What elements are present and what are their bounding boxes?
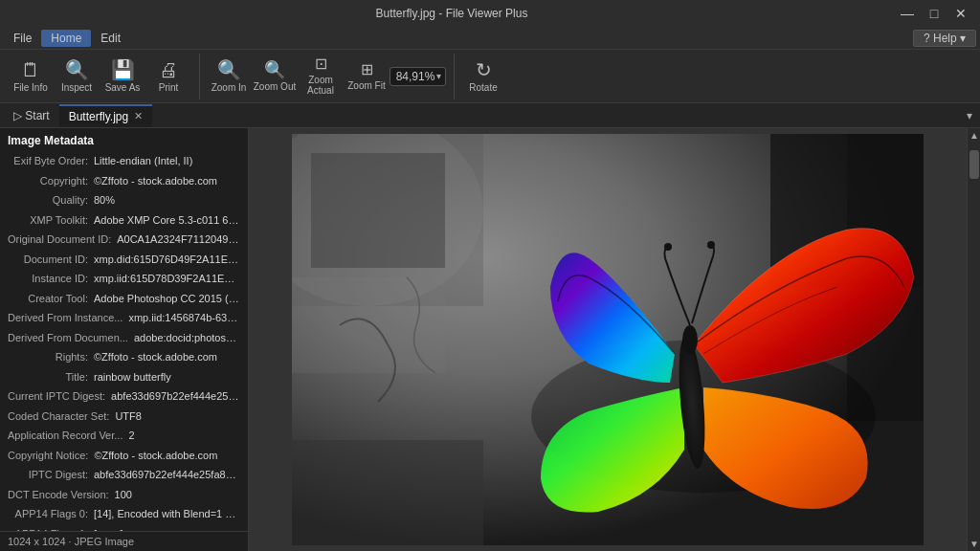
menu-edit[interactable]: Edit xyxy=(91,30,130,47)
sidebar-scroll[interactable]: Image Metadata Exif Byte Order:Little-en… xyxy=(0,128,248,531)
meta-val: xmp.did:615D76D49F2A11E8B14CC... xyxy=(94,252,240,268)
meta-key: Rights: xyxy=(8,349,94,365)
main: Image Metadata Exif Byte Order:Little-en… xyxy=(0,128,980,551)
metadata-row: Rights:©Zffoto - stock.adobe.com xyxy=(0,347,248,367)
metadata-row: Creator Tool:Adobe Photoshop CC 2015 (Wi… xyxy=(0,289,248,309)
print-label: Print xyxy=(159,82,179,93)
zoom-in-icon: 🔍 xyxy=(217,60,241,79)
meta-val: ©Zffoto - stock.adobe.com xyxy=(94,173,240,189)
file-info-label: File Info xyxy=(13,82,48,93)
toolbar-group-file: 🗒 File Info 🔍 Inspect 💾 Save As 🖨 Print xyxy=(8,54,200,99)
inspect-icon: 🔍 xyxy=(65,60,89,79)
image-vscroll[interactable]: ▲ ▼ xyxy=(967,128,980,551)
metadata-row: Exif Byte Order:Little-endian (Intel, II… xyxy=(0,151,248,171)
butterfly-image xyxy=(292,134,924,545)
zoom-input[interactable] xyxy=(394,70,436,83)
meta-val: Adobe Photoshop CC 2015 (Windo... xyxy=(94,291,240,307)
metadata-row: Document ID:xmp.did:615D76D49F2A11E8B14C… xyxy=(0,250,248,270)
meta-key: Document ID: xyxy=(8,252,94,268)
titlebar-title: Butterfly.jpg - File Viewer Plus xyxy=(8,7,896,20)
file-info-button[interactable]: 🗒 File Info xyxy=(8,54,54,99)
print-icon: 🖨 xyxy=(159,60,178,79)
meta-key: Current IPTC Digest: xyxy=(8,388,111,405)
meta-key: Copyright: xyxy=(8,173,94,189)
print-button[interactable]: 🖨 Print xyxy=(145,54,191,99)
meta-key: Derived From Documen... xyxy=(8,330,134,346)
meta-val: xmp.iid:1456874b-639f-ed4f-aceb-6... xyxy=(128,310,240,326)
minimize-button[interactable]: — xyxy=(896,4,919,23)
menu-home[interactable]: Home xyxy=(41,30,91,47)
menu-file[interactable]: File xyxy=(4,30,41,47)
meta-val: rainbow butterfly xyxy=(94,369,240,386)
inspect-button[interactable]: 🔍 Inspect xyxy=(54,54,100,99)
zoom-in-button[interactable]: 🔍 Zoom In xyxy=(206,54,252,99)
meta-val: abfe33d697b22ef444e25fa8e4561aa3 xyxy=(94,467,240,483)
image-area xyxy=(249,128,967,551)
sidebar-footer: 1024 x 1024 · JPEG Image xyxy=(0,531,248,551)
tab-filename: Butterfly.jpg xyxy=(69,110,128,123)
metadata-row: Derived From Documen...adobe:docid:photo… xyxy=(0,328,248,348)
tab-start[interactable]: ▷ Start xyxy=(4,104,59,127)
svg-point-11 xyxy=(664,243,672,251)
menubar-right: ? Help ▾ xyxy=(913,30,976,47)
tab-close-button[interactable]: ✕ xyxy=(134,110,143,122)
zoom-actual-button[interactable]: ⊡ Zoom Actual xyxy=(298,54,344,99)
meta-key: XMP Toolkit: xyxy=(8,212,94,229)
metadata-row: APP14 Flags 0:[14], Encoded with Blend=1… xyxy=(0,504,248,524)
close-button[interactable]: ✕ xyxy=(949,4,972,23)
meta-key: Application Record Ver... xyxy=(8,428,128,444)
metadata-row: XMP Toolkit:Adobe XMP Core 5.3-c011 66.1… xyxy=(0,210,248,231)
metadata-row: DCT Encode Version:100 xyxy=(0,485,248,505)
zoom-in-label: Zoom In xyxy=(212,82,247,93)
svg-rect-7 xyxy=(292,440,483,545)
tab-start-label: ▷ Start xyxy=(13,109,50,122)
metadata-row: Quality:80% xyxy=(0,190,248,210)
meta-key: Exif Byte Order: xyxy=(8,153,94,169)
zoom-fit-icon: ⊞ xyxy=(361,62,373,77)
meta-val: A0CA1A2324F711204943B39F35662... xyxy=(117,231,240,248)
zoom-out-button[interactable]: 🔍 Zoom Out xyxy=(252,54,298,99)
sidebar: Image Metadata Exif Byte Order:Little-en… xyxy=(0,128,249,551)
metadata-row: Original Document ID:A0CA1A2324F71120494… xyxy=(0,230,248,250)
rotate-icon: ↻ xyxy=(476,60,492,79)
zoom-dropdown-arrow[interactable]: ▾ xyxy=(436,71,441,81)
meta-val: abfe33d697b22ef444e25fa8e4561aa3 xyxy=(111,388,240,405)
titlebar-controls: — □ ✕ xyxy=(896,4,972,23)
meta-key: Instance ID: xyxy=(8,271,94,287)
vscroll-up[interactable]: ▲ xyxy=(968,128,980,143)
metadata-row: Coded Character Set:UTF8 xyxy=(0,407,248,427)
inspect-label: Inspect xyxy=(61,82,92,93)
meta-key: Derived From Instance... xyxy=(8,310,128,326)
meta-val: ©Zffoto - stock.adobe.com xyxy=(94,448,240,464)
vscroll-thumb[interactable] xyxy=(969,150,979,179)
sidebar-wrapper: Image Metadata Exif Byte Order:Little-en… xyxy=(0,128,249,551)
rotate-button[interactable]: ↻ Rotate xyxy=(460,54,506,99)
metadata-row: Title:rainbow butterfly xyxy=(0,367,248,387)
tabsbar: ▷ Start Butterfly.jpg ✕ ▾ xyxy=(0,103,980,128)
menubar-left: File Home Edit xyxy=(4,30,130,47)
tab-active[interactable]: Butterfly.jpg ✕ xyxy=(59,104,152,127)
help-button[interactable]: ? Help ▾ xyxy=(913,30,976,47)
zoom-fit-button[interactable]: ⊞ Zoom Fit xyxy=(344,54,390,99)
vscroll-down[interactable]: ▼ xyxy=(968,537,980,551)
toolbar-group-zoom: 🔍 Zoom In 🔍 Zoom Out ⊡ Zoom Actual ⊞ Zoo… xyxy=(206,54,455,99)
menubar: File Home Edit ? Help ▾ xyxy=(0,27,980,50)
maximize-button[interactable]: □ xyxy=(923,4,946,23)
metadata-row: Application Record Ver...2 xyxy=(0,426,248,446)
meta-val: ©Zffoto - stock.adobe.com xyxy=(94,349,240,365)
tabs-scroll-right[interactable]: ▾ xyxy=(963,109,976,122)
metadata-rows: Exif Byte Order:Little-endian (Intel, II… xyxy=(0,151,248,531)
save-as-label: Save As xyxy=(105,82,141,93)
meta-key: Coded Character Set: xyxy=(8,408,115,425)
metadata-row: APP14 Flags 1:[none] xyxy=(0,524,248,532)
save-as-icon: 💾 xyxy=(111,60,135,79)
zoom-out-label: Zoom Out xyxy=(254,81,296,92)
rotate-label: Rotate xyxy=(469,82,497,93)
zoom-out-icon: 🔍 xyxy=(264,61,285,78)
metadata-row: Derived From Instance...xmp.iid:1456874b… xyxy=(0,308,248,328)
save-as-button[interactable]: 💾 Save As xyxy=(100,54,145,99)
toolbar-group-rotate: ↻ Rotate xyxy=(460,54,514,99)
file-info-icon: 🗒 xyxy=(21,60,40,79)
metadata-row: IPTC Digest:abfe33d697b22ef444e25fa8e456… xyxy=(0,465,248,485)
sidebar-header: Image Metadata xyxy=(0,128,248,151)
